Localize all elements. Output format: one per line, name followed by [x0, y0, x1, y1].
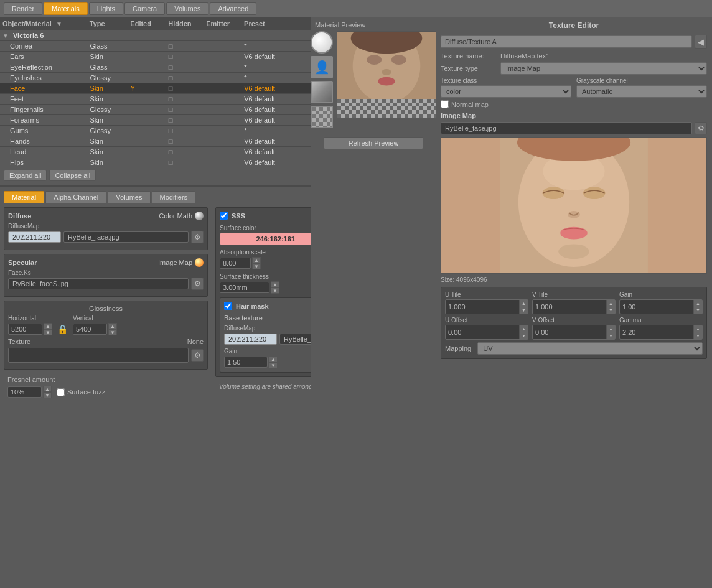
lock-icon[interactable]: 🔒: [57, 324, 68, 334]
te-vtile-arrows: ▲ ▼: [606, 300, 615, 314]
te-uoffset-input[interactable]: [446, 325, 519, 339]
specular-file-input[interactable]: [8, 278, 189, 289]
table-row-face[interactable]: Face Skin Y □ V6 default: [0, 83, 311, 94]
hair-gain-down[interactable]: ▼: [269, 362, 278, 368]
hair-color-input[interactable]: [224, 334, 277, 345]
te-type-select[interactable]: Image Map: [500, 62, 707, 75]
nav-camera[interactable]: Camera: [124, 2, 165, 15]
hair-gain-input[interactable]: [224, 357, 268, 368]
hair-file-input[interactable]: [279, 334, 311, 345]
thickness-down[interactable]: ▼: [271, 287, 279, 294]
scale-row: Absorption scale ▲ ▼ Scattering scale: [220, 249, 311, 269]
te-vtile-up[interactable]: ▲: [606, 300, 615, 307]
table-row[interactable]: Feet Skin □ V6 default: [0, 94, 311, 105]
te-utile-down[interactable]: ▼: [519, 307, 528, 314]
te-vtile-down[interactable]: ▼: [606, 307, 615, 314]
preview-sphere-white[interactable]: [311, 31, 333, 54]
thickness-input[interactable]: [220, 282, 269, 293]
diffuse-title: Diffuse Color Math: [8, 212, 204, 220]
horizontal-down[interactable]: ▼: [44, 329, 52, 335]
table-row[interactable]: Ears Skin □ V6 default: [0, 52, 311, 62]
tab-volumes[interactable]: Volumes: [108, 191, 150, 203]
te-normalmap-checkbox[interactable]: [441, 100, 449, 108]
te-image-input[interactable]: [441, 122, 692, 134]
expand-all-button[interactable]: Expand all: [4, 170, 47, 181]
preview-sphere-checker[interactable]: [311, 106, 333, 128]
diffuse-gear-button[interactable]: ⚙: [191, 231, 204, 243]
table-row[interactable]: EyeReflection Glass □ *: [0, 62, 311, 73]
refresh-preview-button[interactable]: Refresh Preview: [324, 137, 423, 149]
diffuse-color-input[interactable]: [8, 231, 61, 243]
te-gain-up[interactable]: ▲: [693, 300, 702, 307]
main-layout: Object/Material ▼ Type Edited Hidden Emi…: [0, 17, 712, 586]
texture-gear-button[interactable]: ⚙: [191, 349, 204, 362]
te-channel-input[interactable]: [441, 35, 692, 48]
surface-fuzz-label[interactable]: Surface fuzz: [57, 388, 105, 396]
nav-advanced[interactable]: Advanced: [210, 2, 256, 15]
sss-checkbox[interactable]: [220, 212, 228, 220]
table-row[interactable]: Hips Skin □ V6 default: [0, 157, 311, 167]
texture-file-input[interactable]: [8, 348, 189, 363]
specular-gear-button[interactable]: ⚙: [191, 278, 204, 290]
table-row-group[interactable]: ▼ Victoria 6: [0, 30, 311, 41]
te-gamma-down[interactable]: ▼: [693, 332, 702, 339]
te-gamma-input[interactable]: [620, 325, 693, 339]
te-grayscale-select[interactable]: Automatic: [576, 85, 707, 98]
te-arrow-button[interactable]: ◀: [695, 35, 707, 49]
surface-color-button[interactable]: 246:162:161: [220, 233, 311, 245]
te-class-select[interactable]: color: [441, 85, 571, 98]
hair-mask-checkbox[interactable]: [224, 302, 232, 310]
table-row[interactable]: Fingernails Glossy □ V6 default: [0, 105, 311, 115]
table-row[interactable]: Gums Glossy □ *: [0, 126, 311, 136]
table-row[interactable]: Forearms Skin □ V6 default: [0, 115, 311, 126]
vertical-down[interactable]: ▼: [108, 329, 117, 335]
absorption-input[interactable]: [220, 258, 251, 269]
absorption-up[interactable]: ▲: [252, 257, 261, 263]
te-mapping-select[interactable]: UV: [477, 342, 703, 355]
te-gain-down[interactable]: ▼: [693, 307, 702, 314]
te-utile-up[interactable]: ▲: [519, 300, 528, 307]
vertical-input[interactable]: [73, 324, 107, 335]
table-row[interactable]: Hands Skin □ V6 default: [0, 136, 311, 147]
diffuse-file-input[interactable]: [63, 231, 189, 243]
table-row[interactable]: Cornea Glass □ *: [0, 41, 311, 52]
top-nav: Render Materials Lights Camera Volumes A…: [0, 0, 712, 17]
te-vtile-input[interactable]: [533, 300, 606, 314]
te-voffset-down[interactable]: ▼: [606, 332, 615, 339]
nav-lights[interactable]: Lights: [89, 2, 123, 15]
horizontal-col: Horizontal ▲ ▼: [8, 315, 52, 335]
diffuse-section: Diffuse Color Math DiffuseMap ⚙: [4, 207, 208, 250]
table-row[interactable]: Head Skin □ V6 default: [0, 147, 311, 157]
te-class-col: Texture class color: [441, 77, 571, 98]
tab-alpha-channel[interactable]: Alpha Channel: [45, 191, 106, 203]
horizontal-up[interactable]: ▲: [44, 323, 52, 329]
vertical-up[interactable]: ▲: [108, 323, 117, 329]
tab-modifiers[interactable]: Modifiers: [152, 191, 196, 203]
te-image-gear-button[interactable]: ⚙: [695, 122, 707, 134]
nav-materials[interactable]: Materials: [44, 2, 88, 15]
tab-material[interactable]: Material: [4, 191, 44, 203]
te-voffset-input[interactable]: [533, 325, 606, 339]
preview-sphere-person[interactable]: 👤: [311, 56, 333, 78]
sss-colors-row: Surface color 246:162:161 Interior color…: [220, 225, 311, 245]
table-row[interactable]: Eyelashes Glossy □ *: [0, 73, 311, 83]
absorption-down[interactable]: ▼: [252, 263, 261, 269]
hair-gain-up[interactable]: ▲: [269, 356, 278, 362]
horizontal-input[interactable]: [8, 324, 42, 335]
nav-render[interactable]: Render: [4, 2, 42, 15]
surface-fuzz-checkbox[interactable]: [57, 388, 65, 396]
fresnel-input[interactable]: [7, 386, 42, 398]
thickness-up[interactable]: ▲: [271, 281, 279, 287]
te-uoffset-up[interactable]: ▲: [519, 325, 528, 332]
collapse-all-button[interactable]: Collapse all: [49, 170, 96, 181]
te-gamma-up[interactable]: ▲: [693, 325, 702, 332]
te-voffset-up[interactable]: ▲: [606, 325, 615, 332]
fresnel-up[interactable]: ▲: [43, 386, 52, 392]
fresnel-down[interactable]: ▼: [43, 392, 52, 398]
specular-section: Specular Image Map Face.Ks ⚙: [4, 254, 208, 297]
te-uoffset-down[interactable]: ▼: [519, 332, 528, 339]
te-gain-input[interactable]: [620, 300, 693, 314]
preview-sphere-cube[interactable]: [311, 81, 333, 103]
te-utile-input[interactable]: [446, 300, 519, 314]
nav-volumes[interactable]: Volumes: [166, 2, 208, 15]
